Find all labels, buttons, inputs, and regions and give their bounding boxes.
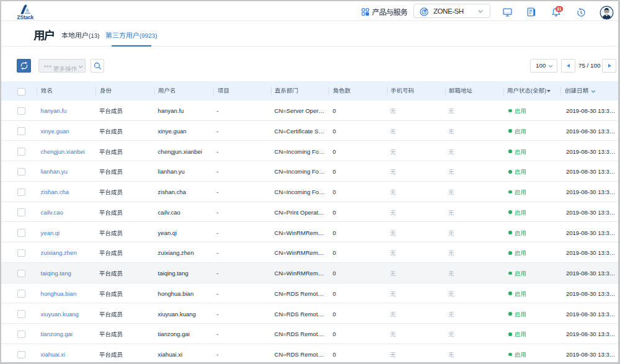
svg-text:ZStack: ZStack xyxy=(17,14,34,20)
